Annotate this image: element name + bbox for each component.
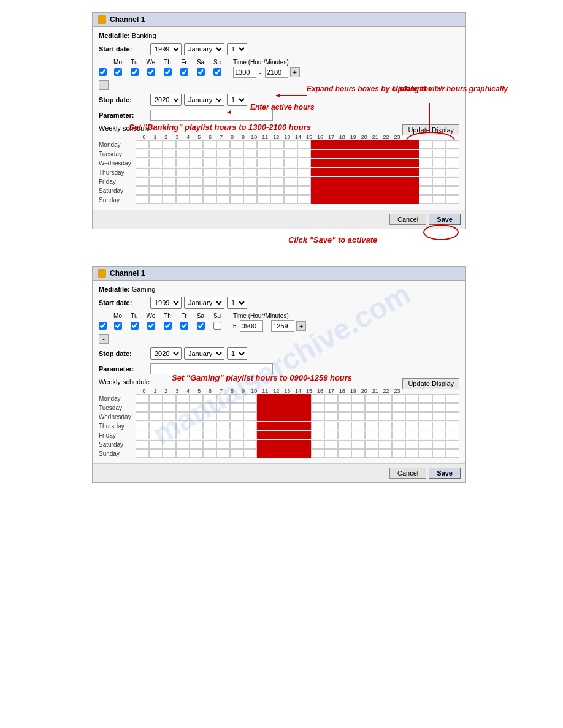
- hour-block-19: [392, 422, 405, 430]
- save-btn-2[interactable]: Save: [429, 468, 461, 479]
- hour-block-3: [176, 195, 190, 204]
- hour-block-14: [324, 140, 338, 149]
- hour-block-6: [216, 186, 230, 195]
- day-name-tuesday: Tuesday: [99, 404, 136, 411]
- save-btn-1[interactable]: Save: [429, 214, 461, 225]
- th-checkbox-1[interactable]: [164, 68, 172, 76]
- hour-block-16: [351, 422, 365, 430]
- stop-day-select-1[interactable]: 1: [227, 94, 247, 106]
- tu-checkbox-1[interactable]: [131, 68, 139, 76]
- hour-block-12: [297, 140, 311, 149]
- schedule-row-tuesday: Tuesday: [99, 150, 459, 158]
- hour-block-7: [230, 440, 243, 449]
- hour-block-7: [230, 168, 243, 176]
- hour-block-6: [216, 150, 230, 158]
- remove-time-row-btn-2[interactable]: -: [99, 334, 109, 344]
- hour-block-11: [284, 186, 297, 195]
- start-year-select-1[interactable]: 1999: [150, 43, 182, 55]
- hour-block-7: [230, 394, 243, 403]
- all-days-checkbox-1[interactable]: [99, 68, 107, 76]
- hour-block-19: [392, 177, 405, 186]
- hour-block-13: [311, 177, 324, 186]
- hour-block-14: [324, 403, 338, 412]
- hour-block-0: [136, 159, 149, 167]
- start-month-select-1[interactable]: January: [184, 43, 224, 55]
- stop-month-select-2[interactable]: January: [184, 347, 224, 360]
- stop-year-select-2[interactable]: 2020: [150, 347, 182, 360]
- day-name-saturday: Saturday: [99, 188, 136, 194]
- hour-block-9: [257, 177, 270, 186]
- hour-block-8: [243, 195, 257, 204]
- stop-month-select-1[interactable]: January: [184, 94, 224, 106]
- day-blocks-saturday: [136, 186, 459, 195]
- start-year-select-2[interactable]: 1999: [150, 297, 182, 309]
- hour-block-17: [365, 440, 378, 449]
- start-day-select-2[interactable]: 1: [227, 297, 247, 309]
- su-checkbox-1[interactable]: [213, 68, 221, 76]
- day-label-fr-1: Fr: [177, 59, 191, 66]
- hour-block-8: [243, 168, 257, 176]
- time-start-input-2[interactable]: [240, 320, 263, 332]
- hour-block-15: [338, 159, 351, 167]
- all-days-checkbox-2[interactable]: [99, 322, 107, 330]
- we-checkbox-2[interactable]: [147, 322, 155, 330]
- we-checkbox-1[interactable]: [147, 68, 155, 76]
- day-blocks-thursday: [136, 168, 459, 176]
- stop-day-select-2[interactable]: 1: [227, 347, 247, 360]
- tu-checkbox-2[interactable]: [131, 322, 139, 330]
- day-blocks-monday: [136, 140, 459, 149]
- hour-block-12: [297, 177, 311, 186]
- hour-block-3: [176, 412, 190, 421]
- hour-block-1: [149, 159, 163, 167]
- time-end-input-2[interactable]: [271, 320, 294, 332]
- hour-block-16: [351, 186, 365, 195]
- hour-block-14: [324, 168, 338, 176]
- hour-block-13: [311, 403, 324, 412]
- hour-block-9: [257, 422, 270, 430]
- hour-block-19: [392, 412, 405, 421]
- hour-block-23: [446, 394, 459, 403]
- hour-block-11: [284, 150, 297, 158]
- h19: 19: [348, 134, 359, 140]
- fr-checkbox-1[interactable]: [180, 68, 188, 76]
- hour-block-17: [365, 195, 378, 204]
- sa-checkbox-1[interactable]: [197, 68, 205, 76]
- day-label-fr-2: Fr: [177, 313, 191, 319]
- cancel-btn-1[interactable]: Cancel: [389, 214, 426, 225]
- mo-checkbox-2[interactable]: [114, 322, 122, 330]
- hour-block-2: [163, 168, 176, 176]
- hour-block-14: [324, 440, 338, 449]
- fr-checkbox-2[interactable]: [180, 322, 188, 330]
- add-time-row-btn-1[interactable]: +: [290, 67, 300, 77]
- th-checkbox-2[interactable]: [164, 322, 172, 330]
- su-checkbox-2[interactable]: [213, 322, 221, 330]
- remove-time-row-btn-1[interactable]: -: [99, 80, 109, 90]
- hour-block-9: [257, 449, 270, 458]
- day-blocks-friday: [136, 177, 459, 186]
- stop-year-select-1[interactable]: 2020: [150, 94, 182, 106]
- hour-block-21: [419, 140, 432, 149]
- hour-block-0: [136, 440, 149, 449]
- day-name-tuesday: Tuesday: [99, 151, 136, 157]
- hour-block-20: [405, 195, 419, 204]
- hour-block-11: [284, 140, 297, 149]
- schedule-grid-1: 0 1 2 3 4 5 6 7 8 9 10 11 12: [99, 134, 459, 204]
- day-blocks-monday: [136, 394, 459, 403]
- hour-block-15: [338, 440, 351, 449]
- stop-date-label-1: Stop date:: [99, 96, 148, 104]
- mo-checkbox-1[interactable]: [114, 68, 122, 76]
- start-month-select-2[interactable]: January: [184, 297, 224, 309]
- sa-checkbox-2[interactable]: [197, 322, 205, 330]
- time-end-input-1[interactable]: [265, 67, 288, 78]
- hours-header-2: 0 1 2 3 4 5 6 7 8 9 10 11 12: [139, 388, 402, 394]
- hour-block-6: [216, 412, 230, 421]
- add-time-row-btn-2[interactable]: +: [296, 321, 306, 331]
- hour-block-4: [190, 412, 203, 421]
- day-label-sa-2: Sa: [193, 313, 208, 319]
- time-start-input-1[interactable]: [233, 67, 256, 78]
- hour-block-7: [230, 403, 243, 412]
- hour-block-20: [405, 440, 419, 449]
- cancel-btn-2[interactable]: Cancel: [389, 468, 426, 479]
- start-day-select-1[interactable]: 1: [227, 43, 247, 55]
- hour-block-10: [270, 403, 284, 412]
